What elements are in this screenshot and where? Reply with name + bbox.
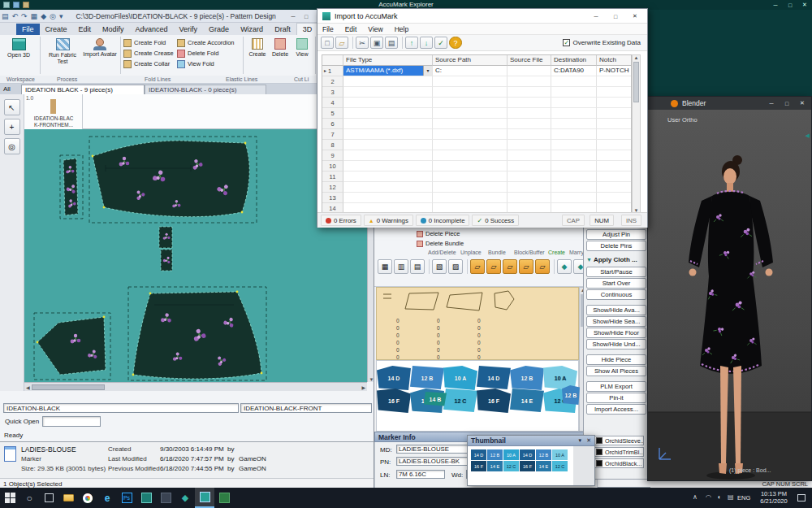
canvas-hscrollbar[interactable]: ◀ ▶ — [24, 382, 367, 391]
help-icon[interactable]: ? — [449, 37, 462, 49]
move-tool-button[interactable]: + — [4, 119, 20, 135]
layer-item-orchid-trim[interactable]: OrchidTrimBl... — [594, 447, 644, 457]
pin-it-button[interactable]: Pin-it — [586, 393, 646, 403]
source-file-cell[interactable] — [508, 66, 551, 76]
show-hide-seams-button[interactable]: Show/Hide Sea... — [586, 316, 646, 327]
redo-icon[interactable]: ↷ — [21, 12, 28, 20]
thumbnail-pin-icon[interactable]: ▾ — [578, 437, 581, 444]
save-icon[interactable]: ▤ — [2, 12, 9, 20]
menu-view[interactable]: View — [368, 25, 382, 33]
thumbnail-close-icon[interactable]: ✕ — [586, 437, 591, 444]
cell-dropdown-icon[interactable]: ▾ — [423, 66, 432, 76]
doc-tab-active[interactable]: IDEATION BLACK - 9 piece(s) — [21, 85, 145, 94]
create-fold-button[interactable]: Create Fold — [123, 37, 177, 48]
marker-piece[interactable]: 16 F — [477, 389, 511, 413]
view-fold-button[interactable]: View Fold — [177, 59, 240, 69]
viewer3d-maximize-button[interactable]: □ — [780, 98, 794, 108]
tab-verify[interactable]: Verify — [174, 24, 204, 35]
move-down-icon[interactable]: ↓ — [420, 37, 433, 49]
tab-modify[interactable]: Modify — [97, 24, 130, 35]
menu-edit[interactable]: Edit — [345, 25, 357, 33]
destination-cell[interactable]: C:DATA90 — [551, 66, 597, 76]
grid-tool-icon[interactable]: ▤ — [410, 259, 425, 274]
tab-grade[interactable]: Grade — [203, 24, 235, 35]
menu-file[interactable]: File — [322, 25, 334, 33]
viewer3d-viewport[interactable]: User Ortho — [648, 110, 811, 480]
tab-wizard[interactable]: Wizard — [235, 24, 269, 35]
grid-tool-icon[interactable]: ▥ — [394, 259, 408, 274]
marker-piece[interactable]: 14 B — [424, 392, 447, 406]
start-over-button[interactable]: Start Over — [586, 278, 646, 289]
grid-row[interactable]: 7 — [322, 129, 631, 140]
ln-field[interactable]: 7M 6.16C — [396, 470, 445, 479]
piece-name-field-right[interactable]: IDEATION-BLACK-FRONT — [240, 403, 372, 413]
create-accordion-button[interactable]: Create Accordion — [177, 37, 240, 48]
marker-piece[interactable]: 14 E — [510, 389, 544, 413]
tray-chevron-up-icon[interactable]: ∧ — [693, 493, 698, 501]
marker-piece[interactable]: 14 D — [377, 366, 411, 390]
show-hide-underlay-button[interactable]: Show/Hide Und... — [586, 339, 646, 350]
piece-thumb-cell[interactable]: 1.0 IDEATION-BLAC K-FRONTHEM... — [24, 94, 83, 129]
elastic-view-button[interactable]: View — [292, 35, 313, 76]
explorer-minimize-button[interactable]: ─ — [768, 0, 783, 10]
tray-volume-icon[interactable]: ◖ — [717, 493, 721, 501]
tab-file[interactable]: File — [16, 24, 40, 35]
move-up-icon[interactable]: ↑ — [405, 37, 418, 49]
viewer3d-minimize-button[interactable]: ─ — [764, 98, 779, 108]
delete-pins-button[interactable]: Delete Pins — [586, 241, 646, 251]
grid-row[interactable]: 6 — [322, 119, 631, 129]
delete-fold-button[interactable]: Delete Fold — [177, 48, 240, 59]
diamond-tool-icon[interactable]: ◆ — [557, 259, 572, 274]
marker-piece[interactable]: 14 D — [477, 366, 511, 390]
grid-row[interactable]: 9 — [322, 150, 631, 161]
taskbar-app-dark[interactable] — [156, 488, 175, 508]
elastic-delete-button[interactable]: Delete — [269, 35, 292, 76]
doc-tab[interactable]: IDEATION-BLACK - 0 piece(s) — [145, 85, 266, 94]
show-hide-avatar-button[interactable]: Show/Hide Ava... — [586, 305, 646, 315]
pattern-piece-front-bodice[interactable] — [93, 141, 249, 217]
grid-tool-icon[interactable]: ▦ — [378, 259, 392, 274]
marker-piece[interactable]: 10 A — [443, 366, 477, 390]
overwrite-checkbox-row[interactable]: ✓ Overwrite Existing Data — [563, 39, 641, 46]
file-type-cell[interactable]: ASTM/AAMA (*.dxf) ▾ — [343, 66, 433, 76]
tab-advanced[interactable]: Advanced — [130, 24, 174, 35]
viewer3d-close-button[interactable]: ✕ — [795, 98, 810, 108]
import-titlebar[interactable]: Import to AccuMark ─ □ ✕ — [317, 9, 647, 24]
action-center-icon[interactable] — [797, 494, 806, 501]
undo-icon[interactable]: ↶ — [12, 12, 19, 20]
grid-row[interactable]: 4 — [322, 98, 631, 108]
run-fabric-test-button[interactable]: Run Fabric Test — [43, 35, 82, 76]
layer-item-orchid-sleeve[interactable]: OrchidSleeve... — [594, 436, 644, 445]
grid-row[interactable]: 5 — [322, 108, 631, 119]
taskbar-app-edge[interactable]: e — [97, 488, 117, 508]
taskbar-search-button[interactable]: ○ — [19, 488, 39, 508]
open-3d-button[interactable]: Open 3D — [0, 35, 37, 76]
zoom-icon[interactable]: ◎ — [50, 12, 56, 20]
tab-draft[interactable]: Draft — [269, 24, 296, 35]
taskbar-app-chrome[interactable] — [78, 488, 97, 508]
folder-tool-icon[interactable]: ▱ — [470, 259, 485, 274]
tray-clock[interactable]: 10:13 PM 6/21/2020 — [755, 490, 793, 505]
taskbar-start-button[interactable] — [0, 488, 19, 508]
unplace-tool-icon[interactable]: ▧ — [432, 259, 447, 274]
process-icon[interactable]: ✓ — [434, 37, 447, 49]
measure-icon[interactable]: ◆ — [41, 12, 46, 20]
pattern-piece-sleeve[interactable] — [37, 317, 106, 375]
source-path-cell[interactable]: C: — [433, 66, 508, 76]
show-hide-floor-button[interactable]: Show/Hide Floor — [586, 328, 646, 338]
marker-piece[interactable]: 16 F — [377, 389, 411, 413]
taskbar-app-pattern-design-active[interactable] — [195, 488, 214, 508]
show-all-pieces-button[interactable]: Show All Pieces — [586, 366, 646, 376]
folder-tool-icon[interactable]: ▱ — [503, 259, 517, 274]
import-grid-vscrollbar[interactable]: ▲ ▼ — [632, 54, 641, 214]
hide-piece-button[interactable]: Hide Piece — [586, 354, 646, 365]
marker-piece[interactable]: 12 B — [410, 366, 444, 390]
grid-row[interactable]: 2 — [322, 76, 631, 87]
grid-row[interactable]: 8 — [322, 140, 631, 150]
column-header[interactable]: Destination — [551, 55, 597, 66]
grid-row[interactable]: 11 — [322, 172, 631, 182]
tray-network-icon[interactable]: ◠ — [706, 493, 711, 501]
marker-piece[interactable]: 12 B — [562, 385, 580, 405]
menu-help[interactable]: Help — [395, 25, 408, 33]
tab-create[interactable]: Create — [40, 24, 73, 35]
